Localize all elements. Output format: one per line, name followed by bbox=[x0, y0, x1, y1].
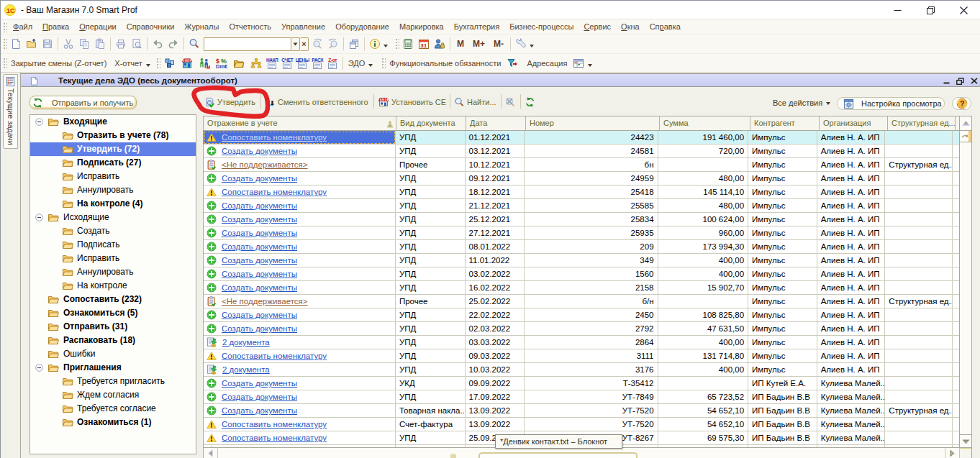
table-row[interactable]: Создать документыУПД27.12.202125935960,0… bbox=[204, 226, 960, 240]
tree-item[interactable]: Создать bbox=[30, 224, 196, 238]
set-se-button[interactable]: Установить СЕ bbox=[378, 93, 446, 111]
action-link[interactable]: 2 документа bbox=[222, 363, 270, 376]
view-settings-button[interactable]: Настройка просмотра bbox=[837, 97, 945, 110]
menu-9[interactable]: Маркировка bbox=[394, 22, 449, 31]
table-row[interactable]: Создать документыУПД16.02.2022215815 902… bbox=[204, 281, 960, 295]
table-row[interactable]: Создать документыУПД02.03.2022279247 631… bbox=[204, 322, 960, 336]
clear-find-button[interactable] bbox=[504, 93, 516, 111]
table-row[interactable]: Создать документыУПД11.01.2022349400,00И… bbox=[204, 254, 960, 267]
new-document-button[interactable] bbox=[8, 36, 24, 52]
action-link[interactable]: Создать документы bbox=[222, 390, 297, 403]
action-link[interactable]: Создать документы bbox=[222, 267, 297, 280]
vertical-scrollbar[interactable] bbox=[959, 116, 971, 449]
tree-item[interactable]: Ошибки bbox=[30, 347, 196, 361]
documents-folder-button[interactable] bbox=[231, 55, 247, 71]
restore-button[interactable] bbox=[914, 1, 947, 19]
save-button[interactable] bbox=[40, 36, 55, 52]
tree-item[interactable]: Исправить bbox=[30, 252, 196, 265]
action-link[interactable]: Создать документы bbox=[222, 240, 297, 253]
action-link[interactable]: Создать документы bbox=[222, 199, 297, 212]
redo-button[interactable] bbox=[165, 36, 181, 52]
menu-14[interactable]: Справка bbox=[645, 22, 686, 31]
functional-duties-icon-button[interactable] bbox=[504, 55, 520, 71]
table-row[interactable]: Создать документыУПД03.02.20221560400,00… bbox=[204, 267, 960, 281]
open-windows-button[interactable] bbox=[346, 36, 362, 52]
menu-7[interactable]: Управление bbox=[276, 22, 330, 31]
report-button-цены[interactable]: ЦЕНЫ bbox=[295, 58, 310, 69]
toolbar-duties-grip[interactable] bbox=[381, 57, 386, 70]
menu-4[interactable]: Справочники bbox=[122, 22, 180, 31]
calculator-button[interactable] bbox=[400, 36, 416, 52]
action-link[interactable]: 2 документа bbox=[222, 336, 270, 349]
tree-item[interactable]: Аннулировать bbox=[30, 265, 196, 279]
menu-1[interactable]: Файл bbox=[8, 22, 37, 31]
action-link[interactable]: Сопоставить номенклатуру bbox=[222, 418, 327, 431]
table-row[interactable]: <Не поддерживается>Прочее25.02.2022б/нИм… bbox=[204, 295, 960, 308]
shift-dropdown-arrow[interactable] bbox=[146, 64, 150, 67]
action-link[interactable]: Сопоставить номенклатуру bbox=[222, 431, 327, 444]
table-row[interactable]: Создать документыУПД21.12.202125585480,0… bbox=[204, 199, 960, 213]
calendar-button[interactable] bbox=[416, 36, 432, 52]
column-header[interactable]: Организация bbox=[820, 116, 888, 130]
functional-duties-button[interactable]: Функциональные обязанности bbox=[386, 59, 504, 68]
contractors-button[interactable] bbox=[248, 55, 264, 71]
currency-button[interactable] bbox=[214, 55, 230, 71]
table-row[interactable]: 2 документаУПД10.03.20223176400,00Импуль… bbox=[204, 363, 960, 377]
blocks-button[interactable] bbox=[162, 55, 178, 71]
menu-8[interactable]: Оборудование bbox=[330, 22, 394, 31]
column-header[interactable]: Дата bbox=[466, 116, 526, 130]
tree-item[interactable]: Отразить в учете (78) bbox=[30, 129, 196, 142]
tree-item[interactable]: На контроле bbox=[30, 279, 196, 293]
tree-item[interactable]: Сопоставить (232) bbox=[30, 293, 196, 306]
report-button-счет[interactable]: СЧЕТ bbox=[280, 58, 295, 69]
find-in-list-button[interactable]: Найти... bbox=[454, 93, 496, 111]
copy-button[interactable] bbox=[76, 36, 92, 52]
tree-item[interactable]: Отправить (31) bbox=[30, 320, 196, 334]
child-close-button[interactable] bbox=[967, 75, 980, 87]
child-restore-button[interactable] bbox=[953, 75, 967, 87]
action-link[interactable]: Сопоставить номенклатуру bbox=[222, 131, 327, 144]
tools-dropdown-arrow[interactable] bbox=[530, 45, 534, 47]
column-header[interactable]: Номер bbox=[526, 116, 660, 130]
tree-item[interactable]: Ждем согласия bbox=[30, 388, 196, 402]
table-row[interactable]: Создать документыУПД03.12.202124581720,0… bbox=[204, 145, 960, 158]
vertical-scroll-thumb[interactable] bbox=[960, 131, 971, 142]
menu-6[interactable]: Отчетность bbox=[224, 22, 276, 31]
open-button[interactable] bbox=[24, 36, 40, 52]
table-row[interactable]: Создать документыУПД22.02.20222450108 82… bbox=[204, 308, 960, 322]
table-row[interactable]: Создать документыУПД25.12.202125834100 6… bbox=[204, 213, 960, 226]
column-header[interactable]: Структурная ед... bbox=[888, 116, 956, 130]
find-button[interactable] bbox=[186, 36, 202, 52]
menu-2[interactable]: Правка bbox=[37, 22, 74, 31]
action-link[interactable]: Создать документы bbox=[222, 254, 297, 267]
edo-button[interactable]: ЭДО bbox=[345, 59, 368, 68]
tree-item[interactable]: Подписать bbox=[30, 238, 196, 252]
action-link[interactable]: Создать документы bbox=[222, 145, 297, 157]
cut-button[interactable] bbox=[60, 36, 76, 52]
menu-3[interactable]: Операции bbox=[74, 22, 121, 31]
action-link[interactable]: <Не поддерживается> bbox=[222, 295, 308, 308]
menu-10[interactable]: Бухгалтерия bbox=[449, 22, 505, 31]
scroll-up-button[interactable] bbox=[960, 116, 971, 131]
action-link[interactable]: Создать документы bbox=[222, 213, 297, 226]
menu-12[interactable]: Сервис bbox=[579, 22, 616, 31]
table-row[interactable]: <Не поддерживается>Прочее10.12.2021бнИмп… bbox=[204, 158, 960, 172]
action-link[interactable]: Создать документы bbox=[222, 308, 297, 321]
edo-dropdown-arrow[interactable] bbox=[368, 64, 373, 67]
table-row[interactable]: Сопоставить номенклатуруУПД18.12.2021254… bbox=[204, 186, 960, 199]
user-permissions-button[interactable] bbox=[432, 36, 448, 52]
find-previous-button[interactable] bbox=[325, 36, 341, 52]
print-button[interactable] bbox=[113, 36, 129, 52]
tree-item[interactable]: На контроле (4) bbox=[30, 197, 196, 211]
menu-13[interactable]: Окна bbox=[616, 22, 645, 31]
addressing-dropdown-arrow[interactable] bbox=[588, 64, 592, 67]
column-header[interactable]: Сумма bbox=[660, 116, 750, 130]
scroll-down-button[interactable] bbox=[960, 434, 971, 449]
tree-item[interactable]: Подписать (27) bbox=[30, 156, 196, 170]
all-actions-button[interactable]: Все действия bbox=[773, 94, 832, 111]
approve-button[interactable]: Утвердить bbox=[204, 93, 255, 111]
report-button-накл[interactable]: НАКЛ bbox=[265, 58, 280, 69]
action-link[interactable]: <Не поддерживается> bbox=[222, 158, 308, 171]
toolbar1-grip[interactable] bbox=[2, 37, 7, 50]
addressing-button[interactable]: Адресация bbox=[524, 59, 570, 68]
